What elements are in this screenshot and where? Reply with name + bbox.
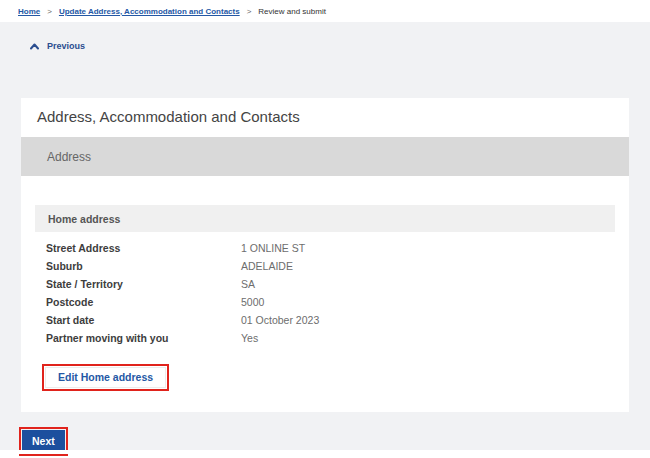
field-label: Street Address	[46, 242, 241, 254]
field-value: Yes	[241, 332, 258, 344]
edit-home-address-highlight-box: Edit Home address	[42, 364, 169, 391]
field-label: Suburb	[46, 260, 241, 272]
field-row-state-territory: State / Territory SA	[46, 275, 606, 293]
breadcrumb-link-update-address[interactable]: Update Address, Accommodation and Contac…	[59, 7, 240, 16]
field-row-postcode: Postcode 5000	[46, 293, 606, 311]
previous-label: Previous	[47, 41, 85, 51]
breadcrumb: Home > Update Address, Accommodation and…	[0, 0, 650, 22]
field-value: 01 October 2023	[241, 314, 319, 326]
subsection-header-label: Home address	[48, 213, 120, 225]
field-label: Postcode	[46, 296, 241, 308]
breadcrumb-current: Review and submit	[258, 7, 326, 16]
field-label: State / Territory	[46, 278, 241, 290]
page-title: Address, Accommodation and Contacts	[37, 108, 300, 125]
section-header-label: Address	[47, 150, 91, 164]
field-row-start-date: Start date 01 October 2023	[46, 311, 606, 329]
field-list: Street Address 1 ONLINE ST Suburb ADELAI…	[46, 239, 606, 347]
chevron-up-icon	[30, 43, 39, 50]
breadcrumb-link-home[interactable]: Home	[18, 7, 40, 16]
subsection-header-home-address: Home address	[35, 205, 615, 232]
section-header-address: Address	[21, 137, 629, 176]
breadcrumb-separator: >	[47, 7, 52, 16]
field-row-partner-moving: Partner moving with you Yes	[46, 329, 606, 347]
review-card: Address, Accommodation and Contacts Addr…	[21, 98, 629, 412]
breadcrumb-separator: >	[247, 7, 252, 16]
field-row-suburb: Suburb ADELAIDE	[46, 257, 606, 275]
page-background: Previous Address, Accommodation and Cont…	[0, 22, 650, 454]
field-label: Start date	[46, 314, 241, 326]
field-value: SA	[241, 278, 255, 290]
field-value: 5000	[241, 296, 264, 308]
previous-link[interactable]: Previous	[30, 41, 85, 51]
field-value: 1 ONLINE ST	[241, 242, 305, 254]
field-label: Partner moving with you	[46, 332, 241, 344]
field-value: ADELAIDE	[241, 260, 293, 272]
bottom-strip	[0, 450, 650, 454]
field-row-street-address: Street Address 1 ONLINE ST	[46, 239, 606, 257]
edit-home-address-button[interactable]: Edit Home address	[45, 367, 166, 388]
